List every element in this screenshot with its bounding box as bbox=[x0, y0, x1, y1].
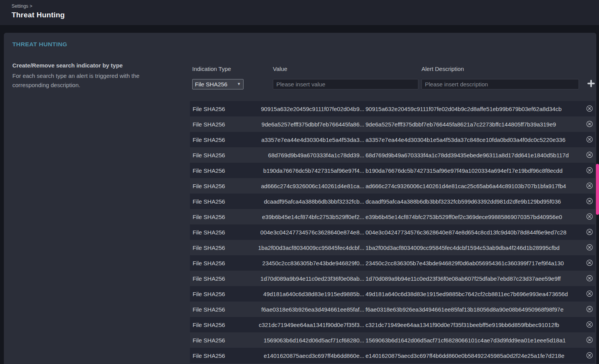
indicator-type: File SHA256 bbox=[190, 244, 252, 251]
indicator-description: f6ae0318e63b926ea3d494661ee85faf13b18056… bbox=[364, 306, 595, 313]
remove-indicator-button[interactable] bbox=[586, 352, 593, 359]
indicator-description: c321dc71949ee64aa1341f90d0e7f35f31beebff… bbox=[364, 322, 595, 328]
remove-indicator-button[interactable] bbox=[586, 167, 593, 174]
plus-icon bbox=[587, 80, 595, 88]
remove-indicator-button[interactable] bbox=[586, 229, 593, 235]
remove-indicator-button[interactable] bbox=[586, 121, 593, 127]
breadcrumb[interactable]: Settings > bbox=[12, 3, 32, 9]
indicator-description: b190da76676dc5b7427315af96e97f49a1020334… bbox=[364, 167, 595, 174]
indicator-value: 9de6a5257efff375dbbf7eb766445fa86... bbox=[252, 121, 364, 128]
indicator-value: e39b6b45e14cf874bfc2753b529ff0ef2... bbox=[252, 214, 364, 220]
add-indicator-button[interactable] bbox=[586, 79, 596, 89]
circle-x-icon bbox=[586, 306, 593, 312]
indicator-row: File SHA256 1569063b6d1642d06d5acf71cf68… bbox=[190, 332, 595, 348]
section-title: THREAT HUNTING bbox=[12, 41, 67, 48]
indicator-value: 1ba2f00d3acf8034009cc95845fec4dcbf... bbox=[252, 244, 364, 251]
indicator-description: 1d70d089a9b94e11c0ed23f36f0e08ab607f25df… bbox=[364, 275, 595, 282]
indicator-description: 23450c2cc836305b7e43bde946829f0d6ab05695… bbox=[364, 260, 595, 266]
indicator-value: dcaadf95afca4a388b6db3bbf3232fcb... bbox=[252, 198, 364, 205]
indicator-row: File SHA256 ad666c274c9326006c140261d4e8… bbox=[190, 178, 595, 194]
sidebar-heading: Create/Remove search indicator by type bbox=[12, 62, 167, 69]
indicator-type: File SHA256 bbox=[190, 106, 252, 112]
indicator-row: File SHA256 e39b6b45e14cf874bfc2753b529f… bbox=[190, 209, 595, 224]
indication-type-select-wrap: File SHA256 ▼ bbox=[192, 79, 244, 89]
remove-indicator-button[interactable] bbox=[586, 244, 593, 251]
remove-indicator-button[interactable] bbox=[586, 321, 593, 328]
indicator-value: e1401620875aecd3c697ff4b6dd860e... bbox=[252, 352, 364, 359]
indicator-type: File SHA256 bbox=[190, 183, 252, 189]
indicator-value: 49d181a640c6d38d83e1915ed9885b... bbox=[252, 291, 364, 297]
indicator-description: 68d769d9b49a670333f4a1c78dd39435ebede963… bbox=[364, 152, 595, 158]
indicator-description: 90915a632e20459c9111f07fe02d04b9c2d8affe… bbox=[364, 106, 595, 112]
indicator-type: File SHA256 bbox=[190, 121, 252, 128]
value-input[interactable] bbox=[273, 79, 418, 89]
indicator-row: File SHA256 90915a632e20459c9111f07fe02d… bbox=[190, 101, 595, 116]
circle-x-icon bbox=[586, 105, 593, 112]
circle-x-icon bbox=[586, 167, 593, 174]
indicator-value: b190da76676dc5b7427315af96e97f4... bbox=[252, 167, 364, 174]
remove-indicator-button[interactable] bbox=[586, 182, 593, 189]
indicator-value: ad666c274c9326006c140261d4e81ca... bbox=[252, 183, 364, 189]
remove-indicator-button[interactable] bbox=[586, 306, 593, 312]
remove-indicator-button[interactable] bbox=[586, 213, 593, 220]
remove-indicator-button[interactable] bbox=[586, 198, 593, 204]
indicator-description: 1569063b6d1642d06d5acf71cf6828066101c4ae… bbox=[364, 337, 595, 344]
circle-x-icon bbox=[586, 275, 593, 281]
circle-x-icon bbox=[586, 321, 593, 328]
remove-indicator-button[interactable] bbox=[586, 275, 593, 281]
indication-type-select[interactable]: File SHA256 bbox=[192, 79, 244, 89]
value-label: Value bbox=[273, 66, 287, 72]
indicator-value: f6ae0318e63b926ea3d494661ee85faf... bbox=[252, 306, 364, 313]
circle-x-icon bbox=[586, 229, 593, 235]
remove-indicator-button[interactable] bbox=[586, 260, 593, 266]
indicator-description: e1401620875aecd3c697ff4b6dd860e0b5849224… bbox=[364, 352, 595, 359]
indicator-value: 1569063b6d1642d06d5acf71cf68280... bbox=[252, 337, 364, 344]
scrollbar-thumb[interactable] bbox=[596, 164, 599, 215]
indicator-description: 004e3c04247734576c3628640e874e8d654c8cd1… bbox=[364, 229, 595, 236]
indicator-description: a3357e7ea44e4d30304b1e5a4f53da37c848ce10… bbox=[364, 136, 595, 143]
indicator-type: File SHA256 bbox=[190, 260, 252, 266]
circle-x-icon bbox=[586, 198, 593, 204]
remove-indicator-button[interactable] bbox=[586, 290, 593, 297]
indicator-row: File SHA256 c321dc71949ee64aa1341f90d0e7… bbox=[190, 317, 595, 332]
circle-x-icon bbox=[586, 182, 593, 189]
indicator-description: 49d181a640c6d38d83e1915ed9885bc7642cf2cb… bbox=[364, 291, 595, 297]
indicator-description: ad666c274c9326006c140261d4e81cac25c65ab6… bbox=[364, 183, 595, 189]
remove-indicator-button[interactable] bbox=[586, 105, 593, 112]
indicator-row: File SHA256 23450c2cc836305b7e43bde94682… bbox=[190, 255, 595, 271]
remove-indicator-button[interactable] bbox=[586, 152, 593, 158]
top-header: Settings > Threat Hunting bbox=[0, 0, 599, 25]
indicator-type: File SHA256 bbox=[190, 214, 252, 220]
circle-x-icon bbox=[586, 337, 593, 343]
indicator-type: File SHA256 bbox=[190, 306, 252, 313]
indicator-type: File SHA256 bbox=[190, 275, 252, 282]
indicator-type: File SHA256 bbox=[190, 337, 252, 344]
indicator-row: File SHA256 1ba2f00d3acf8034009cc95845fe… bbox=[190, 240, 595, 255]
indicator-type: File SHA256 bbox=[190, 229, 252, 236]
indicator-description: 9de6a5257efff375dbbf7eb766445fa8621a7c22… bbox=[364, 121, 595, 128]
indicator-description: e39b6b45e14cf874bfc2753b529ff0ef2c369dec… bbox=[364, 214, 595, 220]
indicator-row: File SHA256 b190da76676dc5b7427315af96e9… bbox=[190, 163, 595, 178]
indicator-type: File SHA256 bbox=[190, 352, 252, 359]
circle-x-icon bbox=[586, 121, 593, 127]
indicator-value: a3357e7ea44e4d30304b1e5a4f53da3... bbox=[252, 136, 364, 143]
indication-type-label: Indication Type bbox=[192, 66, 231, 72]
remove-indicator-button[interactable] bbox=[586, 136, 593, 143]
indicator-row: File SHA256 9de6a5257efff375dbbf7eb76644… bbox=[190, 116, 595, 132]
indicator-table: File SHA256 90915a632e20459c9111f07fe02d… bbox=[190, 101, 595, 363]
indicator-row: File SHA256 004e3c04247734576c3628640e87… bbox=[190, 224, 595, 240]
indicator-value: 68d769d9b49a670333f4a1c78dd39... bbox=[252, 152, 364, 158]
remove-indicator-button[interactable] bbox=[586, 337, 593, 343]
circle-x-icon bbox=[586, 213, 593, 220]
alert-description-input[interactable] bbox=[421, 79, 579, 89]
indicator-type: File SHA256 bbox=[190, 136, 252, 143]
indicator-type: File SHA256 bbox=[190, 152, 252, 158]
indicator-value: 23450c2cc836305b7e43bde946829f0... bbox=[252, 260, 364, 266]
indicator-value: c321dc71949ee64aa1341f90d0e7f35f3... bbox=[252, 322, 364, 328]
page-title: Threat Hunting bbox=[12, 11, 65, 19]
circle-x-icon bbox=[586, 290, 593, 297]
threat-hunting-panel: THREAT HUNTING Create/Remove search indi… bbox=[4, 33, 596, 364]
indicator-row: File SHA256 a3357e7ea44e4d30304b1e5a4f53… bbox=[190, 132, 595, 147]
indicator-description: dcaadf95afca4a388b6db3bbf3232fcb599d6339… bbox=[364, 198, 595, 205]
indicator-type: File SHA256 bbox=[190, 198, 252, 205]
